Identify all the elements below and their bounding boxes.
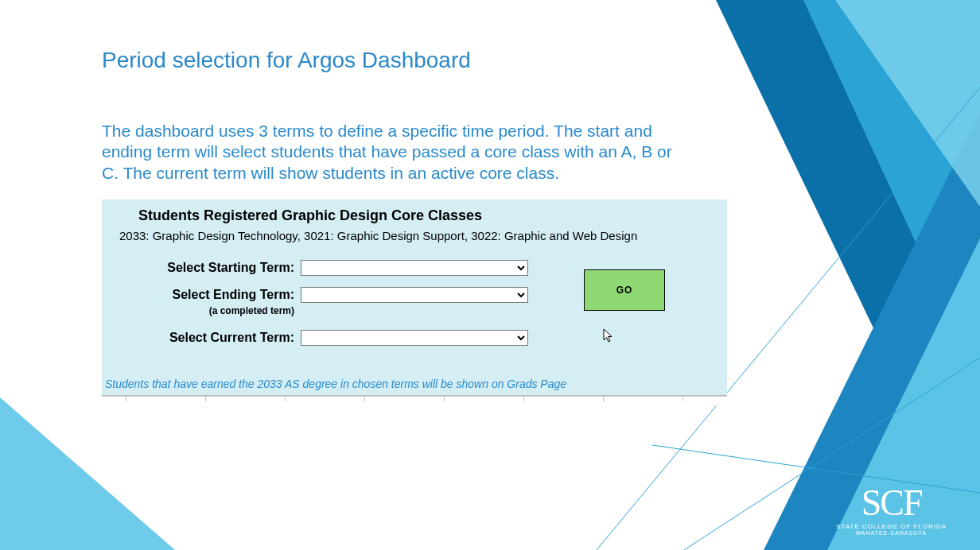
dashboard-panel: Students Registered Graphic Design Core …: [102, 199, 727, 396]
logo-subtext-1: STATE COLLEGE OF FLORIDA: [836, 523, 947, 530]
starting-term-select[interactable]: [301, 260, 528, 276]
panel-subheading: 2033: Graphic Design Technology, 3021: G…: [119, 229, 719, 242]
panel-heading: Students Registered Graphic Design Core …: [138, 207, 719, 224]
panel-footnote: Students that have earned the 2033 AS de…: [102, 374, 727, 395]
scf-logo: SCF STATE COLLEGE OF FLORIDA MANATEE-SAR…: [836, 485, 947, 536]
current-term-select[interactable]: [301, 330, 528, 346]
logo-text: SCF: [836, 485, 947, 521]
logo-subtext-2: MANATEE-SARASOTA: [836, 530, 947, 536]
go-button[interactable]: GO: [584, 269, 665, 311]
description-text: The dashboard uses 3 terms to define a s…: [102, 121, 690, 184]
ending-term-label: Select Ending Term: (a completed term): [110, 287, 301, 319]
ending-term-select[interactable]: [301, 287, 528, 303]
starting-term-label: Select Starting Term:: [110, 260, 301, 276]
current-term-label: Select Current Term:: [110, 330, 301, 346]
ruler-ticks: [102, 396, 727, 406]
svg-marker-0: [0, 397, 175, 550]
cursor-icon: [603, 328, 616, 344]
page-title: Period selection for Argos Dashboard: [102, 48, 980, 73]
